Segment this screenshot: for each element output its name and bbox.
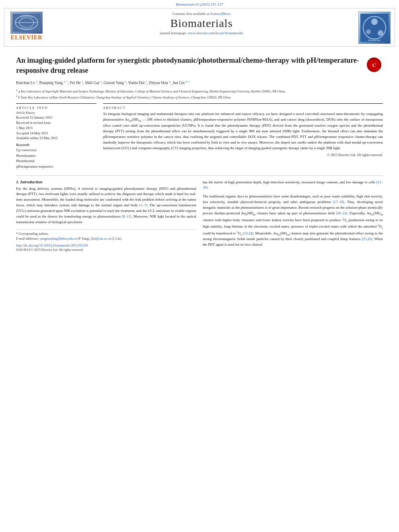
- issn-line: 0142-9612/© 2015 Elsevier Ltd. All right…: [16, 248, 196, 252]
- svg-point-6: [371, 18, 378, 25]
- crossmark-badge[interactable]: C: [367, 58, 383, 74]
- keyword-3: Photothermal: [16, 158, 97, 164]
- corresponding-note: * Corresponding authors.: [16, 232, 196, 236]
- biomaterials-logo: Biomaterials: [358, 12, 391, 44]
- intro-right-para1: has the merits of high penetration depth…: [203, 180, 383, 191]
- top-journal-ref: Biomaterials 63 (2015) 115–127: [0, 0, 399, 8]
- svg-text:Biomaterials: Biomaterials: [368, 39, 381, 41]
- copyright-notice: © 2015 Elsevier Ltd. All rights reserved…: [103, 153, 383, 157]
- ref-8-11[interactable]: [8–11]: [122, 214, 132, 218]
- email-addresses: E-mail addresses: yangpiaoping@hrbeu.edu…: [16, 236, 196, 241]
- affil-b: b b State Key Laboratory of Rare Earth R…: [16, 94, 383, 100]
- elsevier-logo: ELSEVIER: [8, 12, 45, 41]
- revised-date: 1 May 2015: [16, 125, 97, 131]
- keywords-section: Keywords: Up-conversion Photodynamic Pho…: [16, 143, 97, 169]
- email-link-1[interactable]: yangpiaoping@hrbeu.edu.cn: [40, 237, 77, 240]
- authors-line: Ruichan Lv a, Piaoping Yang a, *, Fei He…: [16, 80, 383, 86]
- svg-rect-4: [360, 14, 389, 42]
- footnote-area: * Corresponding authors. E-mail addresse…: [16, 229, 196, 252]
- keyword-2: Photodynamic: [16, 153, 97, 159]
- journal-header: ELSEVIER Contents lists available at Sci…: [4, 8, 395, 47]
- intro-right-col: has the merits of high penetration depth…: [203, 180, 383, 252]
- history-label: Article history:: [16, 111, 97, 115]
- journal-title: Biomaterials: [45, 17, 358, 30]
- ref-17-19[interactable]: [17–19]: [333, 200, 344, 204]
- info-abstract-columns: ARTICLE INFO Article history: Received 3…: [16, 103, 383, 169]
- accepted-date: Accepted 14 May 2015: [16, 131, 97, 136]
- affiliations: a a Key Laboratory of Superlight Materia…: [16, 88, 383, 100]
- keyword-4: pH/temperature-responsive: [16, 164, 97, 170]
- abstract-title: ABSTRACT: [103, 106, 383, 110]
- received-revised-label: Received in revised form: [16, 120, 97, 125]
- header-center: Contents lists available at ScienceDirec…: [45, 12, 358, 35]
- section-divider: [16, 175, 383, 176]
- article-info-panel: ARTICLE INFO Article history: Received 3…: [16, 103, 97, 169]
- journal-homepage: journal homepage: www.elsevier.com/locat…: [45, 31, 358, 35]
- elsevier-brand: ELSEVIER: [11, 35, 43, 41]
- ref-23-24[interactable]: [23,24]: [243, 231, 253, 235]
- intro-right-para2: The traditional organic dyes as photosen…: [203, 194, 383, 248]
- abstract-panel: ABSTRACT To integrate biological imaging…: [103, 103, 383, 169]
- title-area: C An imaging-guided platform for synergi…: [16, 55, 383, 76]
- ref-20-22[interactable]: [20–22]: [336, 211, 348, 215]
- article-title: An imaging-guided platform for synergist…: [16, 55, 383, 76]
- abstract-body: To integrate biological imaging and mult…: [103, 111, 383, 151]
- ref-12-16[interactable]: [12–16]: [203, 180, 383, 190]
- sciencedirect-link[interactable]: ScienceDirect: [210, 12, 230, 16]
- ref-25-26[interactable]: [25,26]: [362, 237, 372, 241]
- intro-left-para: For the drug delivery systems (DDSs), if…: [16, 186, 196, 226]
- main-content: C An imaging-guided platform for synergi…: [0, 47, 399, 252]
- crossmark-icon: C: [367, 58, 381, 72]
- intro-heading: 1. Introduction: [16, 180, 196, 184]
- email-link-2[interactable]: jlin@ciac.ac.cn: [91, 237, 111, 240]
- elsevier-image: [10, 12, 43, 34]
- svg-text:C: C: [372, 62, 376, 68]
- homepage-link[interactable]: www.elsevier.com/locate/biomaterials: [188, 31, 243, 35]
- doi-link[interactable]: http://dx.doi.org/10.1016/j.biomaterials…: [16, 243, 88, 247]
- introduction-section: 1. Introduction For the drug delivery sy…: [16, 180, 383, 252]
- available-date: Available online 23 May 2015: [16, 136, 97, 141]
- protected-text: protected: [226, 211, 240, 215]
- doi-line: http://dx.doi.org/10.1016/j.biomaterials…: [16, 243, 196, 247]
- intro-left-col: 1. Introduction For the drug delivery sy…: [16, 180, 196, 252]
- ref-1-7[interactable]: [1–7]: [140, 203, 148, 207]
- affil-a: a a Key Laboratory of Superlight Materia…: [16, 88, 383, 94]
- contents-available-text: Contents lists available at ScienceDirec…: [45, 12, 358, 16]
- received-date: Received 31 January 2015: [16, 115, 97, 120]
- svg-point-8: [378, 30, 383, 36]
- article-info-title: ARTICLE INFO: [16, 106, 97, 110]
- svg-point-7: [366, 29, 371, 34]
- keywords-label: Keywords:: [16, 143, 97, 147]
- keyword-1: Up-conversion: [16, 148, 97, 153]
